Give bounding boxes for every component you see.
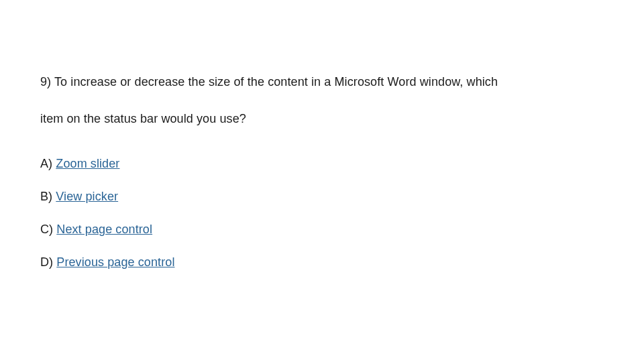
question-line-2: item on the status bar would you use? [40,112,246,125]
choice-c-link[interactable]: Next page control [56,223,152,236]
choice-b: B) View picker [40,190,604,204]
choice-c-prefix: C) [40,223,56,236]
choice-a-prefix: A) [40,157,56,170]
question-line-1: 9) To increase or decrease the size of t… [40,74,604,90]
slide: 9) To increase or decrease the size of t… [0,0,644,362]
choice-d: D) Previous page control [40,255,604,269]
choice-d-prefix: D) [40,255,56,269]
choice-a: A) Zoom slider [40,157,604,171]
choice-b-prefix: B) [40,190,56,203]
question-text: 9) To increase or decrease the size of t… [40,74,604,127]
choice-c: C) Next page control [40,223,604,237]
choice-d-link[interactable]: Previous page control [56,255,174,269]
choice-a-link[interactable]: Zoom slider [56,157,119,170]
choice-b-link[interactable]: View picker [56,190,118,203]
